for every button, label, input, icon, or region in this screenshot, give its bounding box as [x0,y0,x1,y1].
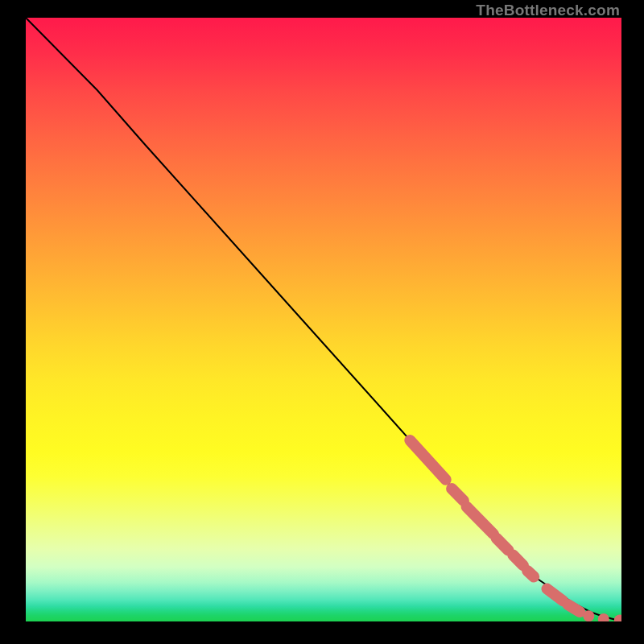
highlight-dot [614,615,621,622]
main-curve [26,18,621,621]
chart-frame: TheBottleneck.com [0,0,644,644]
highlight-segment [497,539,509,551]
highlight-segment [467,507,493,535]
highlight-segment [568,605,580,612]
highlight-segment [513,555,523,566]
plot-area [26,18,621,621]
highlight-segment [547,589,564,601]
highlight-segment [452,489,464,501]
highlight-segment [527,571,534,577]
highlight-segment [410,440,445,480]
highlight-dot [583,610,594,621]
highlight-segments [410,440,580,612]
watermark-text: TheBottleneck.com [476,2,620,19]
highlight-dots [583,610,621,621]
curve-svg [26,18,621,621]
